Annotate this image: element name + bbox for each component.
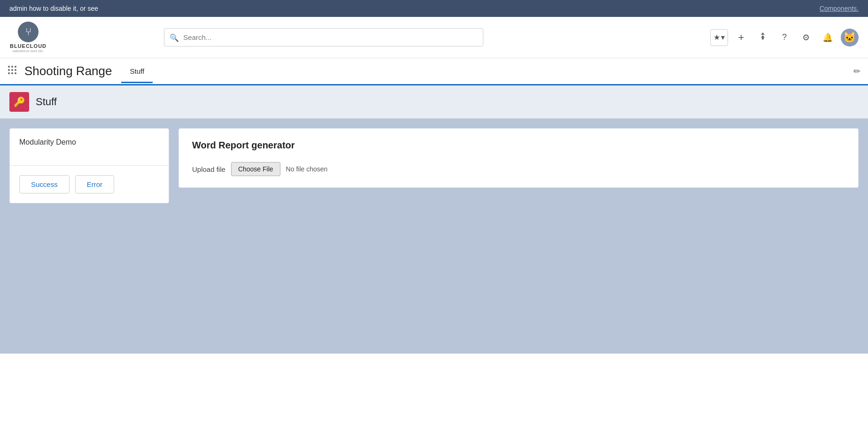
chevron-down-icon: ▾ [721, 33, 725, 42]
top-banner: admin how to disable it, or see Componen… [0, 0, 868, 17]
right-card: Word Report generator Upload file Choose… [178, 128, 859, 188]
waffle-button[interactable] [754, 29, 771, 46]
header-icons: ★ ▾ + ? ⚙ 🔔 🐱 [710, 29, 859, 46]
word-report-section: Word Report generator Upload file Choose… [179, 129, 858, 187]
svg-point-6 [15, 69, 16, 71]
gear-icon: ⚙ [802, 32, 810, 43]
search-icon: 🔍 [170, 33, 179, 42]
card-top: Modularity Demo [10, 129, 169, 165]
question-icon: ? [782, 32, 787, 42]
key-icon: 🔑 [14, 96, 25, 108]
svg-point-9 [15, 72, 16, 74]
svg-point-7 [8, 72, 10, 74]
help-button[interactable]: ? [776, 29, 793, 46]
logo: ⑂ BLUECLOUD salesforce and etc. [9, 22, 47, 53]
app-title: Shooting Range [24, 58, 112, 84]
plus-icon: + [738, 31, 744, 44]
stuff-icon: 🔑 [9, 92, 29, 112]
logo-name: BLUECLOUD [10, 43, 46, 49]
add-button[interactable]: + [733, 29, 750, 46]
svg-point-3 [15, 66, 16, 68]
banner-text: admin how to disable it, or see [9, 5, 98, 12]
sub-header: 🔑 Stuff [0, 85, 868, 119]
choose-file-button[interactable]: Choose File [231, 162, 280, 176]
components-link[interactable]: Components. [820, 5, 859, 12]
card-bottom: Success Error [10, 166, 169, 203]
tree-icon [758, 31, 767, 43]
avatar[interactable]: 🐱 [841, 29, 859, 46]
nav-bar: Shooting Range Stuff ✏ [0, 58, 868, 85]
avatar-image: 🐱 [843, 31, 856, 44]
starred-button[interactable]: ★ ▾ [710, 29, 728, 46]
logo-subtext: salesforce and etc. [12, 49, 44, 53]
star-icon: ★ [713, 33, 720, 42]
success-button[interactable]: Success [19, 175, 70, 193]
notifications-button[interactable]: 🔔 [819, 29, 836, 46]
logo-symbol: ⑂ [25, 26, 31, 38]
search-wrapper: 🔍 [164, 28, 483, 46]
svg-point-8 [11, 72, 13, 74]
settings-button[interactable]: ⚙ [798, 29, 814, 46]
word-report-title: Word Report generator [192, 140, 845, 151]
modularity-demo-title: Modularity Demo [19, 138, 76, 146]
upload-row: Upload file Choose File No file chosen [192, 162, 845, 176]
svg-point-2 [11, 66, 13, 68]
search-input[interactable] [164, 28, 483, 46]
sub-header-title: Stuff [36, 96, 57, 108]
svg-point-5 [11, 69, 13, 71]
edit-icon[interactable]: ✏ [853, 66, 860, 77]
grid-icon[interactable] [8, 65, 17, 77]
main-content: Modularity Demo Success Error Word Repor… [0, 119, 868, 354]
svg-point-4 [8, 69, 10, 71]
tab-stuff[interactable]: Stuff [121, 61, 153, 83]
no-file-text: No file chosen [286, 165, 328, 173]
error-button[interactable]: Error [75, 175, 114, 193]
header: ⑂ BLUECLOUD salesforce and etc. 🔍 ★ ▾ + [0, 17, 868, 58]
svg-point-1 [8, 66, 10, 68]
bell-icon: 🔔 [822, 32, 833, 43]
search-bar: 🔍 [164, 28, 483, 46]
svg-rect-0 [762, 38, 764, 39]
upload-label: Upload file [192, 165, 225, 173]
logo-icon: ⑂ [18, 22, 39, 42]
left-card: Modularity Demo Success Error [9, 128, 169, 203]
